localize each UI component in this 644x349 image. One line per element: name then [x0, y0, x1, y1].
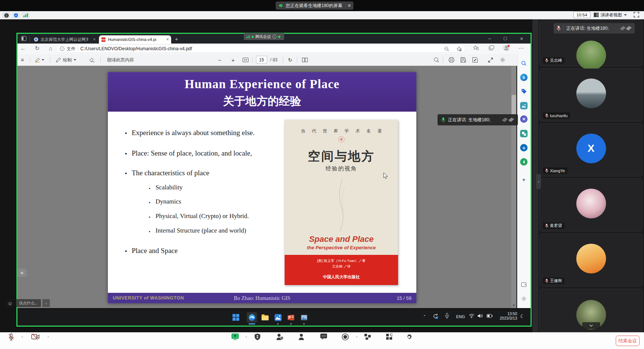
pdf-settings-button[interactable]: [500, 56, 505, 64]
edge-sidebar-app-icon[interactable]: [520, 158, 528, 166]
fullscreen-button[interactable]: [634, 12, 639, 17]
tray-night-mode-icon[interactable]: ☾: [520, 313, 525, 319]
edge-sidebar-outlook-icon[interactable]: o: [520, 144, 528, 151]
security-shield-button[interactable]: [12, 12, 20, 18]
edge-sidebar-tools-icon[interactable]: [520, 130, 528, 137]
address-bar[interactable]: i 文件 C:/Users/LENOVO/Desktop/HumanisticG…: [56, 45, 466, 53]
page-number-input[interactable]: 15: [256, 56, 267, 64]
read-aloud-button[interactable]: 朗读此页内容: [107, 56, 134, 64]
eraser-button[interactable]: [89, 56, 95, 64]
participant-tile[interactable]: 王健衡: [539, 234, 643, 286]
home-button[interactable]: ⌂: [47, 45, 54, 51]
taskbar-edge-button[interactable]: [247, 312, 257, 323]
meeting-mini-bar[interactable]: 腾讯会议 i: [244, 33, 284, 40]
tray-language-label[interactable]: ENG: [456, 314, 465, 319]
zoom-in-page-button[interactable]: +: [231, 56, 235, 64]
taskbar-powerpoint-button[interactable]: P: [286, 312, 296, 323]
edge-sidebar-games-icon[interactable]: ✕: [520, 115, 528, 123]
pdf-search-button[interactable]: [434, 56, 439, 64]
avatar: [576, 244, 606, 273]
tray-battery-icon[interactable]: [487, 314, 493, 318]
edge-sidebar-screenshot-icon[interactable]: [520, 281, 528, 288]
favorites-button[interactable]: [473, 45, 479, 51]
profile-button[interactable]: [503, 45, 510, 51]
highlighter-tool-button[interactable]: [35, 56, 44, 64]
edge-sidebar-search-icon[interactable]: [520, 60, 528, 67]
book-seal-icon: [338, 136, 345, 143]
zoom-out-button[interactable]: [444, 47, 449, 51]
meeting-info-button[interactable]: i: [2, 12, 10, 18]
tray-clock[interactable]: 13:50 2023/3/13: [495, 311, 517, 320]
draw-label: 绘制: [63, 57, 72, 63]
pdf-contents-button[interactable]: ≡: [21, 56, 24, 64]
save-as-button[interactable]: [472, 56, 478, 64]
book-decorative-curve: [335, 179, 348, 231]
participant-name-chip: luozhanfu: [543, 112, 570, 119]
edge-sidebar-image-icon[interactable]: [520, 102, 528, 109]
mic-options-caret[interactable]: ⌃: [21, 336, 24, 340]
taskbar-photos-button[interactable]: [273, 312, 283, 323]
tab-bnu-portal[interactable]: 北京师范大学上网认证网关 ×: [32, 35, 98, 44]
tab-pdf-active[interactable]: PDF HumanisticGIS-china-v4.pdf ×: [99, 35, 171, 44]
taskbar-explorer-button[interactable]: [260, 312, 270, 323]
bullet-item: Internal Structure (place and world): [156, 227, 246, 234]
add-favorite-button[interactable]: [456, 47, 462, 51]
tray-mic-icon[interactable]: [445, 313, 449, 318]
audio-icon[interactable]: [278, 35, 282, 39]
tab-close-icon[interactable]: ×: [93, 37, 96, 42]
taskbar-image-viewer-button[interactable]: [299, 312, 309, 323]
end-meeting-button[interactable]: 结束会议: [616, 336, 640, 346]
info-icon[interactable]: i: [272, 35, 276, 39]
edge-sidebar-discover-icon[interactable]: b: [520, 74, 528, 81]
annotation-toolbar-chip[interactable]: ≡: [17, 269, 27, 277]
record-options-caret[interactable]: ⌃: [355, 336, 358, 340]
collections-button[interactable]: [489, 45, 494, 50]
divider: [30, 57, 30, 63]
tray-wifi-icon[interactable]: [469, 314, 474, 318]
expand-button[interactable]: [488, 56, 493, 64]
draw-tool-button[interactable]: 绘制: [56, 56, 76, 64]
banner-menu-icon[interactable]: ≡: [348, 3, 350, 8]
scroll-down-arrow[interactable]: ▼: [511, 303, 516, 308]
zoom-out-page-button[interactable]: −: [218, 56, 221, 64]
rotate-button[interactable]: ↻: [288, 56, 292, 64]
window-maximize-button[interactable]: ▢: [502, 36, 508, 41]
tray-volume-icon[interactable]: [478, 314, 483, 318]
print-button[interactable]: [449, 56, 454, 64]
page-view-button[interactable]: [302, 56, 308, 64]
chat-collapse-button[interactable]: ‹: [42, 299, 50, 307]
running-app-dot: [303, 323, 305, 324]
save-button[interactable]: [461, 56, 466, 64]
tab-actions-button[interactable]: [21, 36, 26, 41]
collections-icon: [489, 45, 494, 50]
fit-width-button[interactable]: [243, 56, 249, 64]
emoji-reaction-button[interactable]: ☺: [6, 299, 15, 308]
new-tab-button[interactable]: +: [175, 36, 178, 42]
window-minimize-button[interactable]: –: [487, 36, 493, 41]
quick-chat-button[interactable]: 说点什么...: [16, 299, 41, 307]
window-close-button[interactable]: ×: [519, 36, 525, 42]
tab-actions-icon: [21, 36, 26, 41]
tray-expand-icon[interactable]: ⌃: [423, 314, 426, 318]
tab-close-icon[interactable]: ×: [166, 37, 169, 42]
browser-menu-button[interactable]: ⋯: [519, 45, 524, 51]
video-options-caret[interactable]: ⌃: [47, 336, 50, 340]
participant-tile[interactable]: luozhanfu: [539, 68, 643, 121]
page-info-icon[interactable]: i: [60, 47, 64, 51]
edge-sidebar-settings-icon[interactable]: [520, 295, 528, 302]
tray-date: 2023/3/13: [495, 316, 517, 320]
network-signal-button[interactable]: [22, 12, 30, 18]
start-button[interactable]: [231, 312, 241, 323]
edge-sidebar-add-icon[interactable]: +: [520, 176, 528, 183]
view-mode-selector[interactable]: 演讲者视图: [594, 12, 627, 18]
participant-tile[interactable]: 黄君望: [539, 179, 643, 231]
participant-tile[interactable]: X XiangYe: [539, 124, 643, 176]
tray-sync-icon[interactable]: [433, 313, 439, 319]
share-options-caret[interactable]: ⌃: [245, 336, 248, 340]
refresh-button[interactable]: ↻: [33, 45, 41, 52]
edge-sidebar-shopping-icon[interactable]: [520, 87, 528, 95]
favorites-bar-icon: [473, 45, 479, 51]
panel-collapse-handle[interactable]: ›: [536, 174, 541, 189]
back-button[interactable]: ←: [19, 45, 27, 51]
scroll-more-participants-button[interactable]: [582, 322, 600, 329]
